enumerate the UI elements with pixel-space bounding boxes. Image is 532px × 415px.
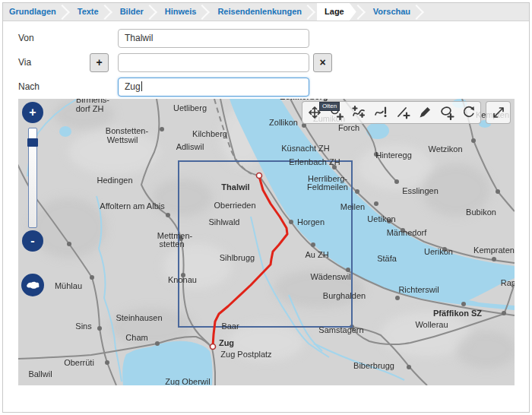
map-label: Knonau	[168, 275, 197, 284]
plus-mark	[353, 106, 356, 110]
draw-ellipse-icon	[439, 105, 454, 120]
map-label: stetten	[159, 239, 184, 249]
von-value: Thalwil	[125, 33, 153, 43]
route-endpoint-marker	[211, 344, 216, 350]
pond	[59, 126, 71, 137]
breadcrumb-separator-icon	[103, 3, 114, 21]
route-alert-button[interactable]	[369, 103, 391, 122]
plus-mark	[404, 113, 409, 119]
map-label: Stäfa	[377, 254, 397, 263]
via-label: Via	[18, 53, 31, 72]
nach-value: Zug	[125, 81, 141, 92]
add-via-button[interactable]: +	[90, 53, 109, 72]
station-dot	[90, 275, 94, 280]
map-svg[interactable]: Birmens-dorf ZHUetlibergZollikerbergZoll…	[18, 99, 515, 385]
map-label: Küsnacht ZH	[281, 144, 330, 153]
pan-stroke	[309, 107, 320, 118]
fullscreen-icon	[491, 105, 506, 120]
map-label: Bonstetten-	[106, 126, 149, 135]
terrain-blob	[456, 331, 515, 369]
breadcrumb-separator-icon	[356, 3, 367, 21]
map-label: Feldmeilen	[307, 182, 348, 192]
map-label: Wettswil	[107, 135, 138, 144]
station-dot	[355, 189, 359, 194]
draw-ellipse-button[interactable]	[435, 103, 458, 122]
route-endpoint-marker	[257, 173, 262, 179]
map-label: Baar	[221, 322, 239, 331]
map-label: Uetliberg	[173, 103, 207, 112]
map-label: Uerikon	[424, 247, 453, 256]
plus-mark	[448, 114, 453, 119]
zoom-in-button[interactable]: +	[22, 102, 43, 123]
refresh-button[interactable]	[458, 103, 480, 122]
map-label: Kilchberg	[192, 129, 227, 138]
map-label: Zug	[219, 338, 234, 347]
map-label: Rapperswil	[501, 278, 515, 287]
station-dot	[496, 189, 500, 194]
station-dot	[492, 257, 496, 261]
draw-line-button[interactable]	[391, 103, 413, 122]
map-label: Burghalden	[323, 291, 366, 300]
breadcrumb-separator-icon	[415, 3, 426, 21]
station-dot	[471, 138, 476, 143]
map-label: Oberrüti	[64, 358, 94, 367]
edit-icon	[417, 105, 432, 120]
von-input[interactable]: Thalwil	[118, 29, 309, 48]
edit-button[interactable]	[413, 103, 435, 122]
station-dot	[97, 326, 102, 331]
breadcrumb-separator-icon	[306, 3, 317, 21]
draw-route-button[interactable]	[347, 103, 369, 122]
map-label: Oberrieden	[214, 201, 255, 210]
nach-label: Nach	[18, 78, 40, 97]
zoom-out-button[interactable]: -	[22, 230, 43, 252]
nach-input[interactable]: Zug	[118, 78, 309, 97]
map-label: Steinhausen	[116, 313, 162, 322]
map-label: Birmens-	[76, 99, 109, 104]
map-toolbar: Olten	[302, 101, 511, 124]
map-label: Erlenbach ZH	[289, 157, 340, 166]
map-label: Richterswil	[398, 285, 439, 294]
view-tool-group	[486, 101, 511, 124]
route-alert-icon	[373, 105, 388, 120]
breadcrumb-separator-icon	[148, 3, 159, 21]
map-label: Kempraten	[473, 246, 515, 255]
via-input[interactable]	[118, 53, 309, 72]
map-label: Biberbrugg	[353, 361, 394, 370]
map-label: Pfäffikon SZ	[433, 309, 482, 318]
tab-reisendenlenkungen[interactable]: Reisendenlenkungen	[211, 3, 306, 21]
breadcrumb-separator-icon	[201, 3, 211, 21]
map-label: Forch	[338, 123, 359, 132]
station-dot	[394, 179, 399, 184]
zoom-to-switzerland-button[interactable]	[21, 274, 44, 296]
fullscreen-stroke	[494, 108, 503, 117]
station-dot	[67, 242, 71, 246]
pond	[366, 122, 389, 139]
station-dot	[311, 242, 315, 247]
tooltip: Olten	[319, 102, 340, 111]
station-dot	[160, 127, 164, 131]
plus-mark	[360, 113, 364, 117]
station-dot	[374, 201, 378, 206]
tab-grundlagen[interactable]: Grundlagen	[3, 3, 61, 21]
draw-route-icon	[351, 105, 366, 120]
station-dot	[289, 220, 293, 224]
station-dot	[461, 302, 466, 306]
map-label: Meilen	[340, 202, 365, 211]
fullscreen-button[interactable]	[487, 103, 509, 122]
map-label: Samstagern	[318, 325, 363, 334]
map-label: Au ZH	[305, 250, 328, 259]
map-label: Esslingen	[402, 186, 439, 195]
map-label: Hinteregg	[375, 150, 412, 160]
map-label: Zollikon	[269, 118, 298, 127]
von-label: Von	[18, 29, 34, 48]
map-canvas[interactable]: Birmens-dorf ZHUetlibergZollikerbergZoll…	[18, 99, 515, 385]
map-label: Wollerau	[415, 320, 448, 329]
remove-via-button[interactable]: ×	[313, 53, 332, 72]
refresh-icon	[461, 105, 477, 120]
breadcrumb: GrundlagenTexteBilderHinweisReisendenlen…	[3, 3, 529, 21]
map-label: Bubikon	[466, 208, 496, 217]
map-label: Cham	[125, 333, 147, 342]
zoom-slider-handle[interactable]	[27, 138, 38, 147]
map-label: Uetikon	[367, 214, 395, 223]
tab-vorschau[interactable]: Vorschau	[367, 3, 415, 21]
